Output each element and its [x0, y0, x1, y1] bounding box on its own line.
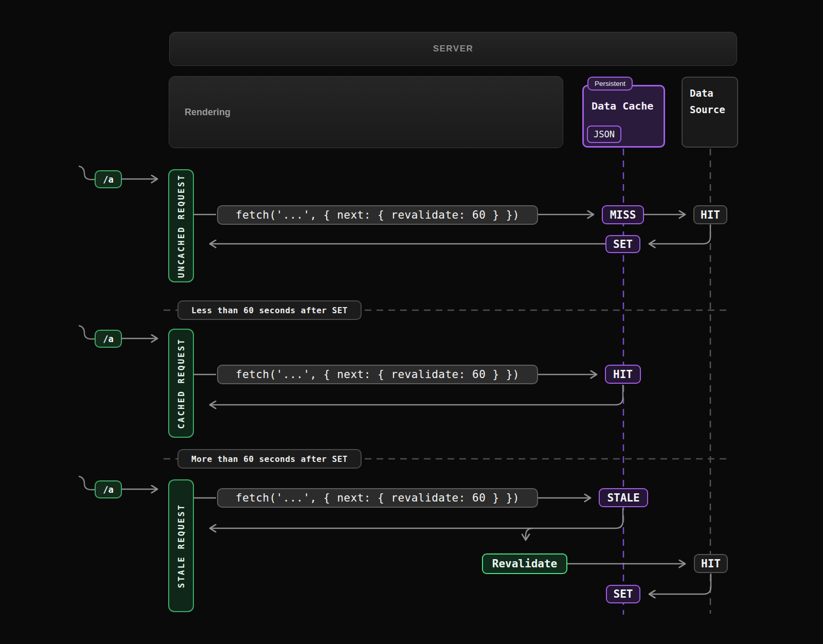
lane-stale-request: STALE REQUEST [168, 479, 194, 612]
json-chip: JSON [587, 126, 621, 143]
route-chip-2: /a [95, 330, 122, 348]
cache-hit-badge: HIT [605, 365, 641, 384]
arrow-return-3 [210, 508, 623, 528]
source-hit-badge-3: HIT [694, 554, 728, 573]
arrow-hit-to-set-1 [649, 225, 710, 244]
lane-cached-request: CACHED REQUEST [168, 329, 194, 438]
lane-stale-label: STALE REQUEST [176, 504, 186, 588]
data-cache-title: Data Cache [592, 100, 653, 112]
source-hit-badge-1: HIT [693, 205, 727, 224]
cache-flow-diagram: { "server": { "label": "SERVER" }, "rend… [0, 0, 823, 644]
route-chip-1: /a [95, 170, 122, 188]
stale-badge: STALE [599, 488, 648, 507]
arrow-return-2 [210, 385, 623, 405]
persistent-badge: Persistent [587, 77, 633, 91]
fetch-call-pill-3: fetch('...', { next: { revalidate: 60 } … [217, 488, 538, 508]
lane-cached-label: CACHED REQUEST [176, 338, 186, 429]
arrow-branch-to-revalidate [526, 528, 533, 540]
rendering-label: Rendering [185, 107, 230, 118]
rendering-panel: Rendering [169, 76, 563, 148]
lane-uncached-request: UNCACHED REQUEST [168, 169, 194, 282]
separator-pill-1: Less than 60 seconds after SET [177, 300, 362, 320]
revalidate-badge: Revalidate [482, 553, 567, 574]
data-source-line2: Source [690, 101, 725, 118]
set-badge-1: SET [605, 235, 640, 253]
separator-pill-2: More than 60 seconds after SET [177, 449, 362, 469]
route-hook-3 [79, 476, 95, 490]
route-hook-2 [79, 326, 95, 339]
server-panel: SERVER [169, 32, 737, 66]
fetch-call-pill-1: fetch('...', { next: { revalidate: 60 } … [217, 205, 538, 225]
data-source-line1: Data [690, 85, 713, 101]
server-label: SERVER [433, 44, 474, 54]
data-cache-box: Data Cache JSON [582, 85, 665, 148]
route-chip-3: /a [95, 480, 122, 498]
miss-badge: MISS [602, 205, 644, 224]
route-hook-1 [79, 166, 95, 180]
set-badge-3: SET [606, 585, 640, 603]
fetch-call-pill-2: fetch('...', { next: { revalidate: 60 } … [217, 365, 538, 384]
lane-uncached-label: UNCACHED REQUEST [176, 174, 186, 278]
data-source-box: Data Source [682, 77, 738, 148]
arrow-hit-to-set-3 [649, 574, 711, 594]
